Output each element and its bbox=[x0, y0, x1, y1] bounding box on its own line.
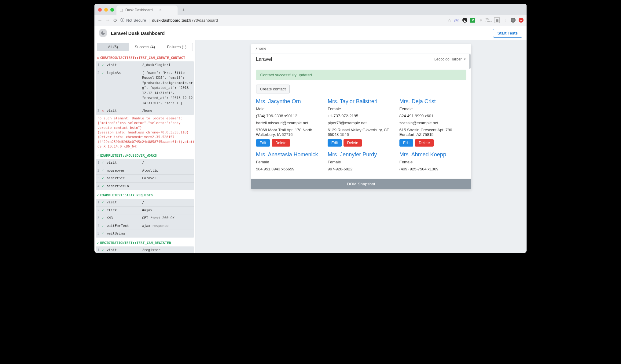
test-title[interactable]: ✓REGISTRATIONTEST::TEST_CAN_REGISTER bbox=[96, 239, 194, 246]
preview-frame: /home Laravel Leopoldo Harber ▼ bbox=[251, 44, 471, 189]
step-number: 1 bbox=[96, 159, 101, 167]
create-contact-button[interactable]: Create contact bbox=[256, 85, 290, 93]
contact-card: Mrs. Deja CristFemale824.491.9999 x601zc… bbox=[397, 96, 469, 149]
step-arg: /register bbox=[141, 246, 194, 253]
contact-phone: +1-737-972-2195 bbox=[328, 114, 395, 118]
contact-name[interactable]: Mrs. Ahmed Koepp bbox=[399, 151, 466, 158]
contact-email: bartell.missouri@example.net bbox=[256, 121, 323, 125]
step-list: 1✓visit/2✓click#ajax3✓XHRGET /test 200 O… bbox=[96, 199, 194, 238]
address-bar[interactable]: ⓘ Not Secure | dusk-dashboard.test:9773/… bbox=[120, 17, 445, 23]
test-step[interactable]: 5✓waitUsing bbox=[96, 230, 194, 238]
page-header: Laravel Dusk Dashboard Start Tests bbox=[94, 26, 527, 40]
step-number: 3 bbox=[96, 175, 101, 182]
contact-name[interactable]: Mrs. Anastasia Homenick bbox=[256, 151, 323, 158]
test-step[interactable]: 4✓waitForTextajax response bbox=[96, 222, 194, 230]
check-icon: ✓ bbox=[101, 175, 106, 182]
step-command: waitUsing bbox=[106, 230, 141, 238]
contact-phone: 824.491.9999 x601 bbox=[399, 114, 466, 118]
step-number: 2 bbox=[96, 207, 101, 214]
test-name: EXAMPLETEST::AJAX_REQUESTS bbox=[100, 193, 153, 198]
contact-name[interactable]: Mrs. Jennyfer Purdy bbox=[328, 151, 395, 158]
browser-tabbar: ▢ Dusk Dashboard × + bbox=[94, 4, 527, 15]
back-button[interactable]: ← bbox=[97, 17, 102, 23]
test-title[interactable]: ✕CREATECONTACTTEST::TEST_CAN_CREATE_CONT… bbox=[96, 54, 194, 61]
dusk-logo-icon bbox=[99, 29, 107, 37]
chevron-down-icon: ▼ bbox=[464, 58, 466, 61]
ext-grid-icon[interactable]: ▦ bbox=[494, 17, 500, 23]
ext-ws-icon[interactable]: WSClient bbox=[486, 18, 491, 23]
step-command: waitForText bbox=[106, 222, 141, 230]
ext-red-icon[interactable]: ▸ bbox=[519, 18, 524, 23]
start-tests-button[interactable]: Start Tests bbox=[493, 29, 522, 38]
test-step[interactable]: 3✕visit/home bbox=[96, 107, 194, 115]
delete-button[interactable]: Delete bbox=[344, 139, 362, 147]
tab-failures[interactable]: Failures (1) bbox=[161, 43, 193, 51]
contact-name[interactable]: Mrs. Deja Crist bbox=[399, 98, 466, 105]
maximize-icon[interactable] bbox=[110, 8, 114, 12]
contact-address: 97068 Mohr Trail Apt. 178 North Walterbu… bbox=[256, 128, 323, 137]
contact-card: Mrs. Taylor BalistreriFemale+1-737-972-2… bbox=[325, 96, 397, 149]
contact-actions: EditDelete bbox=[256, 139, 323, 147]
test-title[interactable]: ✓EXAMPLETEST::MOUSEOVER_WORKS bbox=[96, 152, 194, 159]
ext-gear-icon[interactable]: ✻ bbox=[478, 18, 483, 23]
delete-button[interactable]: Delete bbox=[272, 139, 290, 147]
minimize-icon[interactable] bbox=[104, 8, 108, 12]
test-step[interactable]: 2✓mouseover#tooltip bbox=[96, 167, 194, 175]
test-step[interactable]: 4✓assertSeeIn bbox=[96, 182, 194, 190]
contact-gender: Male bbox=[256, 107, 323, 111]
dom-snapshot-button[interactable]: DOM Snapshot bbox=[251, 179, 471, 189]
ext-php-icon[interactable]: php bbox=[454, 18, 459, 23]
star-icon[interactable]: ☆ bbox=[448, 18, 451, 23]
user-menu[interactable]: Leopoldo Harber ▼ bbox=[434, 57, 466, 61]
test-step[interactable]: 1✓visit/ bbox=[96, 199, 194, 206]
test-step[interactable]: 1✓visit/_dusk/login/1 bbox=[96, 61, 194, 69]
tab-success[interactable]: Success (4) bbox=[129, 43, 161, 51]
contact-card: Mrs. Ahmed KoeppFemale(409) 925-7504 x13… bbox=[397, 149, 469, 176]
check-icon: ✓ bbox=[97, 153, 99, 158]
test-name: CREATECONTACTTEST::TEST_CAN_CREATE_CONTA… bbox=[100, 56, 185, 60]
error-message: no such element: Unable to locate elemen… bbox=[96, 115, 194, 150]
tab-all[interactable]: All (5) bbox=[97, 43, 129, 51]
browser-tab[interactable]: ▢ Dusk Dashboard × bbox=[116, 5, 178, 15]
step-arg: /home bbox=[141, 107, 194, 115]
step-number: 4 bbox=[96, 222, 101, 230]
preview-scrollbar[interactable] bbox=[469, 54, 471, 69]
test-step[interactable]: 1✓visit/register bbox=[96, 246, 194, 253]
ext-dots-icon[interactable]: ⋮ bbox=[503, 18, 508, 23]
reload-button[interactable]: ⟳ bbox=[113, 17, 117, 23]
step-number: 1 bbox=[96, 61, 101, 69]
step-arg: / bbox=[141, 159, 194, 167]
contact-gender: Female bbox=[328, 107, 395, 111]
edit-button[interactable]: Edit bbox=[399, 139, 413, 147]
ext-p-icon[interactable]: P bbox=[470, 18, 475, 23]
contact-name[interactable]: Mrs. Taylor Balistreri bbox=[328, 98, 395, 105]
step-command: visit bbox=[106, 159, 141, 167]
avatar-icon[interactable] bbox=[511, 18, 516, 23]
test-step[interactable]: 3✓assertSeeLaravel bbox=[96, 174, 194, 182]
step-number: 3 bbox=[96, 107, 101, 115]
extensions: php ◣ P ✻ WSClient ▦ ⋮ ▸ bbox=[454, 17, 524, 23]
delete-button[interactable]: Delete bbox=[415, 139, 433, 147]
check-icon: ✓ bbox=[101, 199, 106, 206]
contact-name[interactable]: Mrs. Jacynthe Orn bbox=[256, 98, 323, 105]
step-command: visit bbox=[106, 246, 141, 253]
test-step[interactable]: 3✓XHRGET /test 200 OK bbox=[96, 214, 194, 222]
tab-close-icon[interactable]: × bbox=[159, 8, 161, 12]
ext-circle-icon[interactable]: ◣ bbox=[462, 18, 467, 23]
test-title[interactable]: ✓EXAMPLETEST::AJAX_REQUESTS bbox=[96, 192, 194, 199]
contact-phone: 997-928-6822 bbox=[328, 167, 395, 171]
step-arg bbox=[141, 230, 194, 232]
test-step[interactable]: 1✓visit/ bbox=[96, 159, 194, 167]
edit-button[interactable]: Edit bbox=[328, 139, 342, 147]
site-info-icon[interactable]: ⓘ Not Secure bbox=[120, 17, 146, 23]
edit-button[interactable]: Edit bbox=[256, 139, 270, 147]
test-step[interactable]: 2✓click#ajax bbox=[96, 206, 194, 214]
page-icon: ▢ bbox=[119, 8, 123, 12]
test-step[interactable]: 2✓loginAs{ "name": "Mrs. Effie Russel DD… bbox=[96, 69, 194, 107]
forward-button[interactable]: → bbox=[105, 17, 110, 23]
new-tab-button[interactable]: + bbox=[179, 6, 187, 14]
step-list: 1✓visit/2✓mouseover#tooltip3✓assertSeeLa… bbox=[96, 159, 194, 190]
app-brand[interactable]: Laravel bbox=[256, 56, 272, 62]
test-list[interactable]: ✕CREATECONTACTTEST::TEST_CAN_CREATE_CONT… bbox=[94, 51, 195, 253]
close-icon[interactable] bbox=[98, 8, 102, 12]
